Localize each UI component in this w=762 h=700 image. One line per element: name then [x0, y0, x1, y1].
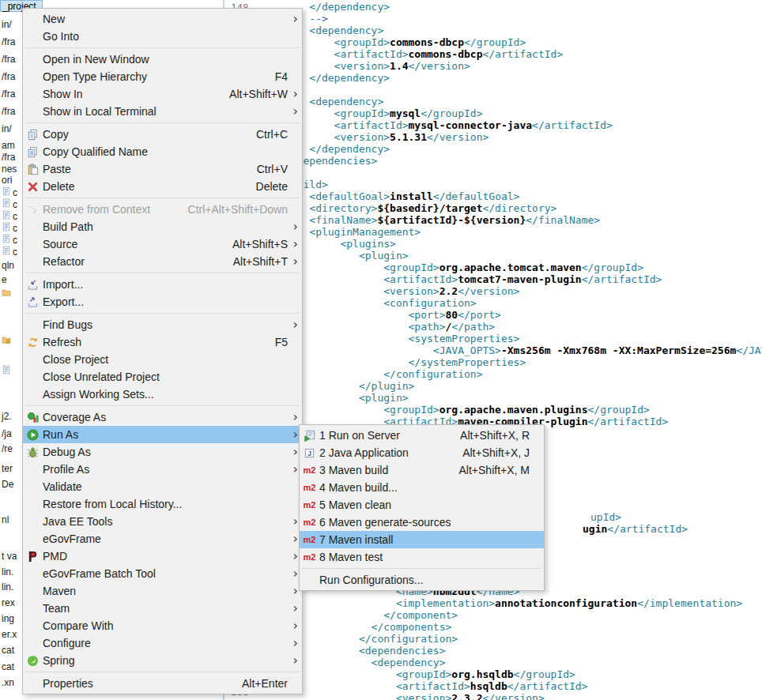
menu-item-coverage-as[interactable]: Coverage As›: [23, 408, 302, 426]
menu-item-team[interactable]: Team›: [23, 600, 302, 617]
menu-item-open-type-hierarchy[interactable]: Open Type HierarchyF4: [23, 68, 302, 85]
menu-item-remove-from-context[interactable]: Remove from ContextCtrl+Alt+Shift+Down: [23, 201, 302, 218]
explorer-item-fragment[interactable]: /fra: [2, 152, 15, 163]
explorer-item-fragment[interactable]: lin.: [2, 566, 13, 578]
code-line: [285, 167, 762, 179]
menu-item-show-in-local-terminal[interactable]: Show in Local Terminal›: [23, 103, 302, 120]
menu-item-copy-qualified-name[interactable]: Copy Qualified Name: [23, 143, 302, 160]
menu-separator: [23, 195, 302, 201]
menu-icon-spacer: [25, 318, 40, 331]
explorer-item-fragment[interactable]: ori: [2, 175, 12, 186]
explorer-item-fragment[interactable]: nl: [2, 514, 9, 525]
explorer-item-fragment[interactable]: [2, 335, 11, 347]
explorer-item-fragment[interactable]: /fra: [2, 54, 15, 65]
menu-item-refactor[interactable]: RefactorAlt+Shift+T›: [23, 253, 302, 270]
submenu-item-maven-build-dots[interactable]: m24 Maven build...: [300, 479, 544, 496]
submenu-item-run-on-server[interactable]: 1 Run on ServerAlt+Shift+X, R: [300, 427, 544, 444]
explorer-item-fragment[interactable]: De: [2, 479, 13, 490]
menu-item-find-bugs[interactable]: Find Bugs›: [23, 316, 302, 333]
explorer-item-fragment[interactable]: er.x: [2, 629, 17, 640]
submenu-item-maven-generate-sources[interactable]: m26 Maven generate-sources: [300, 514, 544, 531]
menu-item-egovframe-batch-tool[interactable]: eGovFrame Batch Tool›: [23, 565, 302, 582]
explorer-item-fragment[interactable]: cat: [2, 661, 14, 672]
explorer-item-fragment[interactable]: c: [2, 198, 17, 210]
explorer-item-fragment[interactable]: ing: [2, 613, 14, 624]
menu-item-label: Coverage As: [43, 411, 106, 423]
explorer-item-fragment[interactable]: in/: [2, 19, 12, 30]
explorer-item-fragment[interactable]: .xn: [2, 677, 14, 688]
explorer-item-fragment[interactable]: rex: [2, 597, 15, 608]
menu-item-maven[interactable]: Maven›: [23, 582, 302, 600]
explorer-item-fragment[interactable]: e: [2, 274, 7, 285]
explorer-item-fragment[interactable]: t va: [2, 551, 17, 562]
menu-item-label: PMD: [43, 550, 67, 563]
explorer-item-fragment[interactable]: am: [2, 140, 15, 151]
menu-item-run-as[interactable]: Run As›: [23, 426, 302, 443]
explorer-item-fragment[interactable]: in/: [2, 123, 12, 134]
menu-item-close-unrelated-project[interactable]: Close Unrelated Project: [23, 368, 302, 386]
submenu-arrow-icon: ›: [288, 637, 298, 649]
submenu-item-java-application[interactable]: J2 Java ApplicationAlt+Shift+X, J: [300, 444, 544, 461]
code-line: <finalName>${artifactId}-${version}</fin…: [285, 214, 762, 226]
explorer-item-fragment[interactable]: c: [2, 246, 17, 258]
explorer-item-fragment[interactable]: c: [2, 186, 17, 198]
menu-item-configure[interactable]: Configure›: [23, 634, 302, 652]
menu-item-import[interactable]: Import...: [23, 276, 302, 293]
menu-item-assign-working-sets[interactable]: Assign Working Sets...: [23, 386, 302, 403]
submenu-item-maven-test[interactable]: m28 Maven test: [300, 548, 544, 566]
menu-item-spring[interactable]: Spring›: [23, 652, 302, 669]
explorer-item-fragment[interactable]: c: [2, 210, 17, 222]
menu-item-pmd[interactable]: PMD›: [23, 548, 302, 565]
menu-item-new[interactable]: New›: [23, 10, 302, 28]
menu-item-export[interactable]: Export...: [23, 293, 302, 310]
menu-item-compare-with[interactable]: Compare With›: [23, 617, 302, 634]
m2-icon: m2: [302, 533, 317, 546]
menu-item-java-ee-tools[interactable]: Java EE Tools›: [23, 513, 302, 530]
explorer-item-fragment[interactable]: /ja: [2, 428, 12, 439]
explorer-item-fragment[interactable]: nes: [2, 164, 17, 175]
submenu-item-maven-install[interactable]: m27 Maven install: [300, 531, 544, 548]
explorer-item-fragment[interactable]: /fra: [2, 71, 15, 82]
menu-item-validate[interactable]: Validate: [23, 478, 302, 495]
menu-item-label: Delete: [43, 180, 74, 193]
submenu-item-maven-clean[interactable]: m25 Maven clean: [300, 496, 544, 514]
explorer-item-fragment[interactable]: c: [2, 234, 17, 246]
submenu-arrow-icon: ›: [288, 88, 298, 100]
menu-item-open-in-new-window[interactable]: Open in New Window: [23, 51, 302, 68]
explorer-item-fragment[interactable]: /fra: [2, 36, 15, 47]
menu-item-build-path[interactable]: Build Path›: [23, 218, 302, 235]
menu-item-delete[interactable]: DeleteDelete: [23, 178, 302, 195]
menu-item-refresh[interactable]: RefreshF5: [23, 333, 302, 351]
submenu-item-run-configurations[interactable]: Run Configurations...: [300, 571, 544, 589]
menu-item-egovframe[interactable]: eGovFrame›: [23, 530, 302, 548]
xml-editor-code-bottom[interactable]: <name>hbm2ddl</name> <implementation>ann…: [285, 585, 742, 700]
menu-item-show-in[interactable]: Show InAlt+Shift+W›: [23, 85, 302, 103]
explorer-item-fragment[interactable]: [2, 288, 11, 299]
explorer-item-label: /fra: [2, 106, 15, 117]
explorer-item-fragment[interactable]: lin.: [2, 581, 13, 593]
menu-item-source[interactable]: SourceAlt+Shift+S›: [23, 235, 302, 253]
menu-item-close-project[interactable]: Close Project: [23, 351, 302, 368]
explorer-item-label: c: [13, 247, 17, 258]
explorer-item-fragment[interactable]: [2, 365, 11, 377]
menu-item-go-into[interactable]: Go Into: [23, 28, 302, 45]
explorer-item-fragment[interactable]: j2.: [2, 411, 12, 422]
xml-editor-code-top[interactable]: </dependency> --> <dependency> <groupId>…: [285, 1, 762, 427]
explorer-item-fragment[interactable]: /re: [2, 443, 13, 454]
explorer-item-fragment[interactable]: /fra: [2, 106, 15, 117]
explorer-item-fragment[interactable]: ter: [2, 463, 13, 474]
xmlfile-icon: [2, 246, 11, 258]
menu-item-profile-as[interactable]: Profile As›: [23, 461, 302, 478]
menu-item-properties[interactable]: PropertiesAlt+Enter: [23, 675, 302, 692]
menu-item-label: Source: [43, 238, 77, 250]
submenu-item-maven-build[interactable]: m23 Maven buildAlt+Shift+X, M: [300, 461, 544, 479]
explorer-item-fragment[interactable]: c: [2, 222, 17, 234]
explorer-item-fragment[interactable]: /fra: [2, 88, 15, 100]
menu-item-restore-from-local-history[interactable]: Restore from Local History...: [23, 495, 302, 513]
menu-item-copy[interactable]: CopyCtrl+C: [23, 126, 302, 143]
menu-icon-spacer: [25, 105, 40, 118]
menu-item-paste[interactable]: PasteCtrl+V: [23, 160, 302, 178]
explorer-item-fragment[interactable]: cat: [2, 645, 14, 656]
menu-item-debug-as[interactable]: Debug As›: [23, 443, 302, 461]
explorer-item-fragment[interactable]: qln: [2, 260, 14, 271]
